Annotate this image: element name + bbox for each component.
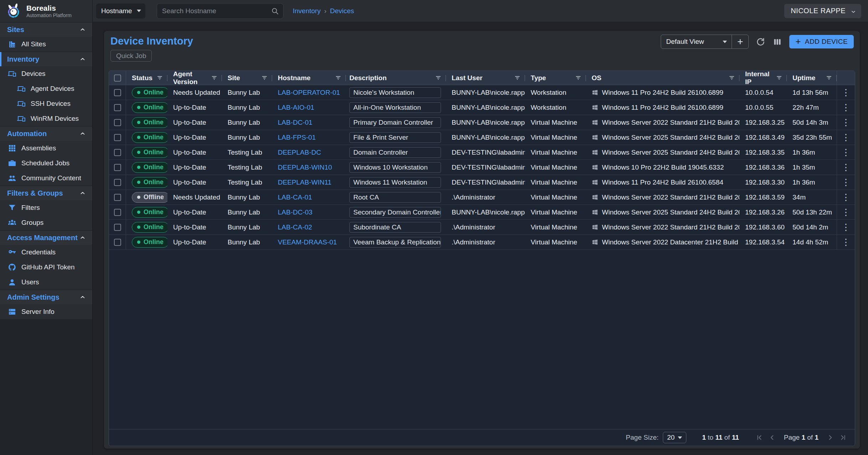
columns-button[interactable] bbox=[773, 37, 782, 47]
previous-page-icon[interactable] bbox=[768, 434, 776, 441]
user-menu[interactable]: NICOLE RAPPE bbox=[784, 4, 861, 18]
add-view-button[interactable]: + bbox=[732, 35, 748, 48]
description-input[interactable]: Windows 10 Workstation bbox=[349, 162, 441, 173]
description-input[interactable]: Secondary Domain Controller bbox=[349, 207, 441, 218]
hostname-link[interactable]: LAB-OPERATOR-01 bbox=[278, 89, 340, 97]
description-input[interactable]: Primary Domain Controller bbox=[349, 117, 441, 128]
column-header[interactable]: Site bbox=[222, 71, 272, 85]
column-header[interactable]: Description bbox=[346, 71, 446, 85]
description-input[interactable]: Root CA bbox=[349, 192, 441, 203]
select-all-checkbox[interactable] bbox=[114, 74, 121, 82]
sidebar-item[interactable]: Server Info bbox=[0, 304, 92, 319]
sidebar-section-header[interactable]: Filters & Groups bbox=[0, 186, 92, 200]
sidebar-item[interactable]: Credentials bbox=[0, 245, 92, 260]
column-header[interactable]: Status bbox=[126, 71, 167, 85]
column-header[interactable]: Uptime bbox=[787, 71, 837, 85]
sidebar-item[interactable]: Assemblies bbox=[0, 141, 92, 156]
hostname-link[interactable]: VEEAM-DRAAS-01 bbox=[278, 238, 337, 246]
view-selector[interactable]: Default View bbox=[661, 35, 732, 48]
search-input[interactable] bbox=[162, 7, 271, 15]
row-checkbox[interactable] bbox=[114, 239, 121, 246]
hostname-link[interactable]: LAB-CA-01 bbox=[278, 193, 312, 201]
hostname-link[interactable]: DEEPLAB-DC bbox=[278, 149, 321, 156]
row-checkbox[interactable] bbox=[114, 164, 121, 171]
hostname-link[interactable]: LAB-FPS-01 bbox=[278, 134, 316, 141]
description-input[interactable]: Veeam Backup & Replication Ser ... bbox=[349, 237, 441, 248]
description-input[interactable]: Windows 11 Workstation bbox=[349, 177, 441, 188]
row-checkbox[interactable] bbox=[114, 179, 121, 186]
sidebar-item[interactable]: Users bbox=[0, 275, 92, 290]
hostname-link[interactable]: LAB-DC-03 bbox=[278, 208, 312, 216]
column-header[interactable]: Agent Version bbox=[167, 71, 222, 85]
filter-icon[interactable] bbox=[514, 74, 521, 81]
column-header[interactable] bbox=[837, 71, 855, 85]
sidebar-item[interactable]: GitHub API Token bbox=[0, 260, 92, 275]
more-vert-icon[interactable] bbox=[839, 118, 853, 127]
column-header[interactable]: Internal IP bbox=[739, 71, 787, 85]
hostname-link[interactable]: DEEPLAB-WIN10 bbox=[278, 164, 332, 171]
filter-icon[interactable] bbox=[728, 74, 735, 81]
row-checkbox[interactable] bbox=[114, 194, 121, 201]
column-header[interactable]: Type bbox=[525, 71, 586, 85]
filter-icon[interactable] bbox=[211, 74, 218, 81]
row-checkbox[interactable] bbox=[114, 119, 121, 126]
description-input[interactable]: All-in-One Workstation bbox=[349, 102, 441, 113]
breadcrumb-devices[interactable]: Devices bbox=[330, 7, 354, 15]
filter-icon[interactable] bbox=[435, 74, 442, 81]
hostname-link[interactable]: LAB-DC-01 bbox=[278, 119, 312, 126]
row-checkbox[interactable] bbox=[114, 209, 121, 216]
more-vert-icon[interactable] bbox=[839, 223, 853, 232]
next-page-icon[interactable] bbox=[826, 434, 834, 441]
more-vert-icon[interactable] bbox=[839, 103, 853, 112]
row-checkbox[interactable] bbox=[114, 134, 121, 141]
sidebar-item[interactable]: SSH Devices bbox=[0, 96, 92, 111]
sidebar-item[interactable]: Agent Devices bbox=[0, 81, 92, 96]
row-checkbox[interactable] bbox=[114, 104, 121, 111]
breadcrumb-inventory[interactable]: Inventory bbox=[293, 7, 321, 15]
filter-icon[interactable] bbox=[156, 74, 163, 81]
filter-icon[interactable] bbox=[261, 74, 268, 81]
sidebar-item[interactable]: Community Content bbox=[0, 171, 92, 186]
sidebar-section-header[interactable]: Sites bbox=[0, 22, 92, 37]
last-page-icon[interactable] bbox=[839, 434, 847, 441]
more-vert-icon[interactable] bbox=[839, 133, 853, 142]
description-input[interactable]: File & Print Server bbox=[349, 132, 441, 143]
search-field-selector[interactable]: Hostname bbox=[96, 4, 145, 19]
more-vert-icon[interactable] bbox=[839, 178, 853, 187]
hostname-link[interactable]: LAB-AIO-01 bbox=[278, 104, 314, 112]
more-vert-icon[interactable] bbox=[839, 208, 853, 217]
sidebar-section-header[interactable]: Inventory bbox=[0, 52, 92, 66]
sidebar-section-header[interactable]: Access Management bbox=[0, 231, 92, 245]
more-vert-icon[interactable] bbox=[839, 193, 853, 202]
column-header[interactable]: OS bbox=[586, 71, 739, 85]
refresh-button[interactable] bbox=[756, 37, 765, 47]
first-page-icon[interactable] bbox=[755, 434, 763, 441]
more-vert-icon[interactable] bbox=[839, 148, 853, 157]
description-input[interactable]: Subordinate CA bbox=[349, 222, 441, 233]
description-input[interactable]: Domain Controller bbox=[349, 147, 441, 158]
filter-icon[interactable] bbox=[826, 74, 832, 81]
hostname-link[interactable]: DEEPLAB-WIN11 bbox=[278, 179, 332, 186]
sidebar-section-header[interactable]: Admin Settings bbox=[0, 290, 92, 304]
filter-icon[interactable] bbox=[335, 74, 342, 81]
sidebar-item[interactable]: Filters bbox=[0, 200, 92, 215]
more-vert-icon[interactable] bbox=[839, 88, 853, 97]
more-vert-icon[interactable] bbox=[839, 163, 853, 172]
column-header[interactable]: Last User bbox=[446, 71, 525, 85]
sidebar-section-header[interactable]: Automation bbox=[0, 126, 92, 141]
row-checkbox[interactable] bbox=[114, 149, 121, 156]
sidebar-item[interactable]: WinRM Devices bbox=[0, 111, 92, 126]
hostname-link[interactable]: LAB-CA-02 bbox=[278, 223, 312, 231]
sidebar-item[interactable]: Groups bbox=[0, 215, 92, 230]
column-header[interactable]: Hostname bbox=[272, 71, 346, 85]
quick-job-button[interactable]: Quick Job bbox=[110, 50, 152, 62]
add-device-button[interactable]: + ADD DEVICE bbox=[789, 35, 854, 48]
more-vert-icon[interactable] bbox=[839, 238, 853, 247]
page-size-select[interactable]: 20 bbox=[663, 432, 686, 443]
filter-icon[interactable] bbox=[575, 74, 582, 81]
sidebar-item[interactable]: Scheduled Jobs bbox=[0, 156, 92, 171]
row-checkbox[interactable] bbox=[114, 89, 121, 96]
sidebar-item[interactable]: Devices bbox=[0, 66, 92, 81]
filter-icon[interactable] bbox=[776, 74, 783, 81]
sidebar-item[interactable]: All Sites bbox=[0, 37, 92, 52]
